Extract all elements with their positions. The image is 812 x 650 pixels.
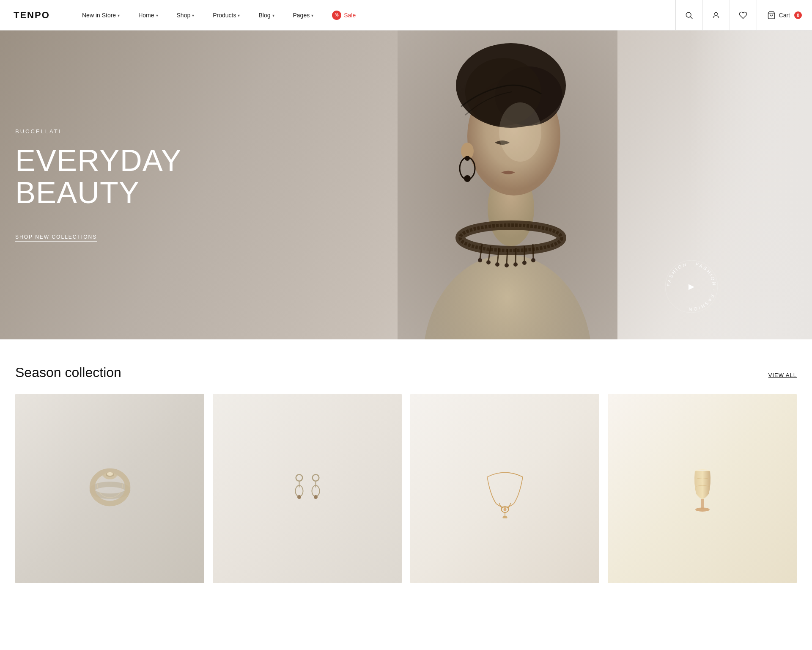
site-header: TENPO New in Store ▾ Home ▾ Shop ▾ Produ…	[0, 0, 812, 30]
ring-svg	[80, 459, 140, 518]
nav-label-shop: Shop	[177, 12, 191, 19]
site-logo[interactable]: TENPO	[14, 10, 73, 21]
svg-point-21	[522, 261, 527, 265]
hero-subtitle: BUCCELLATI	[15, 128, 182, 135]
view-all-link[interactable]: VIEW ALL	[768, 372, 797, 378]
necklace-svg	[475, 459, 535, 518]
main-nav: New in Store ▾ Home ▾ Shop ▾ Products ▾ …	[73, 0, 675, 30]
nav-item-pages[interactable]: Pages ▾	[284, 0, 323, 30]
product-card[interactable]	[213, 394, 402, 583]
svg-line-13	[516, 248, 516, 263]
svg-point-18	[495, 262, 499, 267]
svg-line-1	[691, 17, 693, 19]
hero-cta-button[interactable]: SHOP NEW COLLECTIONS	[15, 234, 97, 242]
hero-content: BUCCELLATI EVERYDAY BEAUTY SHOP NEW COLL…	[15, 30, 182, 339]
svg-point-42	[297, 495, 301, 499]
play-icon[interactable]: ▶	[689, 282, 694, 291]
svg-point-38	[107, 472, 113, 475]
cart-count-badge: 0	[794, 11, 802, 19]
account-button[interactable]	[702, 0, 730, 30]
nav-label-products: Products	[213, 12, 236, 19]
hero-title: EVERYDAY BEAUTY	[15, 145, 182, 209]
header-actions: Cart 0	[675, 0, 812, 30]
svg-line-15	[533, 244, 533, 259]
chevron-down-icon: ▾	[272, 13, 274, 18]
svg-point-39	[296, 474, 302, 481]
chevron-down-icon: ▾	[156, 13, 158, 18]
svg-point-16	[478, 258, 482, 262]
wishlist-button[interactable]	[730, 0, 757, 30]
sale-label: Sale	[344, 12, 356, 19]
product-image	[410, 394, 599, 583]
chevron-down-icon: ▾	[311, 13, 313, 18]
nav-item-new-in-store[interactable]: New in Store ▾	[73, 0, 129, 30]
account-icon	[712, 11, 720, 19]
nav-label-pages: Pages	[293, 12, 310, 19]
nav-label-new-in-store: New in Store	[82, 12, 116, 19]
cart-icon	[767, 11, 776, 19]
product-image	[15, 394, 204, 583]
svg-point-31	[499, 102, 541, 162]
cart-label: Cart	[779, 12, 790, 19]
svg-point-22	[531, 258, 535, 262]
cart-button[interactable]: Cart 0	[757, 0, 812, 30]
hero-badge[interactable]: FASHION · FASHION · FASHION · ▶	[664, 259, 719, 314]
nav-item-blog[interactable]: Blog ▾	[249, 0, 283, 30]
chevron-down-icon: ▾	[118, 13, 120, 18]
search-button[interactable]	[675, 0, 702, 30]
svg-point-48	[503, 508, 506, 511]
svg-point-17	[486, 260, 491, 264]
hero-figure-svg	[398, 30, 617, 339]
svg-point-2	[715, 12, 718, 15]
chevron-down-icon: ▾	[192, 13, 194, 18]
svg-point-0	[686, 12, 691, 17]
sale-percent-icon: %	[332, 11, 341, 20]
chevron-down-icon: ▾	[238, 13, 240, 18]
product-grid	[15, 394, 797, 583]
hero-title-line1: EVERYDAY	[15, 145, 182, 177]
heart-icon	[739, 11, 747, 19]
nav-item-products[interactable]: Products ▾	[203, 0, 249, 30]
svg-point-52	[695, 507, 710, 512]
product-card[interactable]	[608, 394, 797, 583]
svg-point-50	[502, 515, 507, 518]
hero-title-line2: BEAUTY	[15, 177, 182, 209]
main-content: Season collection VIEW ALL	[0, 339, 812, 600]
goblet-svg	[677, 463, 728, 514]
svg-point-43	[312, 474, 319, 481]
search-icon	[685, 11, 693, 19]
product-image	[608, 394, 797, 583]
section-title: Season collection	[15, 365, 121, 380]
nav-label-blog: Blog	[258, 12, 270, 19]
nav-item-shop[interactable]: Shop ▾	[167, 0, 204, 30]
hero-section: BUCCELLATI EVERYDAY BEAUTY SHOP NEW COLL…	[0, 30, 812, 339]
product-card[interactable]	[410, 394, 599, 583]
nav-item-home[interactable]: Home ▾	[129, 0, 167, 30]
svg-point-20	[513, 262, 518, 267]
svg-point-19	[505, 263, 509, 267]
svg-point-46	[313, 495, 317, 499]
svg-line-12	[507, 249, 508, 264]
nav-item-sale[interactable]: % Sale	[323, 0, 365, 30]
product-image	[213, 394, 402, 583]
product-card[interactable]	[15, 394, 204, 583]
earrings-svg	[280, 461, 335, 516]
svg-point-30	[464, 175, 471, 182]
section-header: Season collection VIEW ALL	[15, 365, 797, 380]
nav-label-home: Home	[138, 12, 154, 19]
